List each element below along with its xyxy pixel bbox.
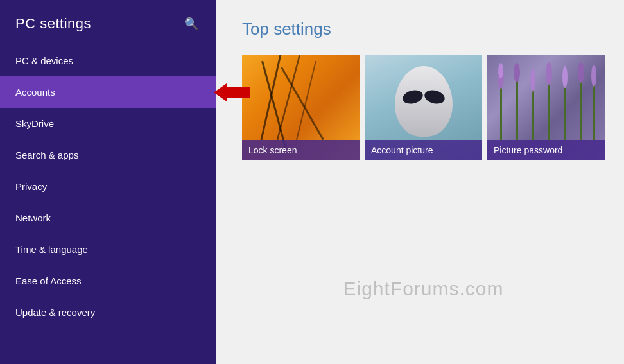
svg-line-0: [261, 55, 281, 140]
sidebar-item-network[interactable]: Network: [0, 202, 216, 234]
leaf-svg: [242, 55, 360, 140]
arrow-indicator: [214, 83, 250, 101]
svg-rect-6: [548, 83, 550, 140]
tile-picture-password[interactable]: Picture password: [487, 55, 605, 160]
sidebar: PC settings 🔍 PC & devices Accounts SkyD…: [0, 0, 216, 364]
svg-rect-7: [564, 87, 566, 140]
sidebar-item-pc-devices[interactable]: PC & devices: [0, 45, 216, 76]
arrow-head: [214, 83, 227, 101]
svg-rect-4: [516, 80, 518, 140]
arrow-body: [227, 87, 250, 98]
alien-eye-right: [422, 88, 446, 106]
svg-rect-3: [500, 87, 502, 140]
sidebar-item-search-apps[interactable]: Search & apps: [0, 139, 216, 171]
svg-point-11: [498, 63, 503, 78]
tile-lock-screen[interactable]: Lock screen: [242, 55, 360, 160]
sidebar-item-accounts[interactable]: Accounts: [0, 76, 216, 108]
sidebar-item-privacy[interactable]: Privacy: [0, 171, 216, 202]
alien-eye-left: [401, 88, 424, 106]
svg-rect-5: [532, 90, 534, 140]
tile-lock-screen-label: Lock screen: [242, 140, 360, 160]
tile-account-picture-label: Account picture: [365, 140, 482, 160]
svg-point-13: [530, 69, 535, 92]
svg-point-14: [546, 62, 552, 85]
tile-account-picture[interactable]: Account picture: [365, 55, 482, 160]
svg-point-16: [578, 62, 584, 83]
svg-rect-8: [580, 82, 582, 140]
sidebar-item-ease-access[interactable]: Ease of Access: [0, 265, 216, 297]
svg-point-15: [562, 66, 568, 88]
lavender-svg: [487, 55, 605, 140]
svg-line-2: [297, 61, 316, 140]
alien-face: [395, 66, 453, 137]
search-button[interactable]: 🔍: [182, 14, 201, 33]
sidebar-item-update-recovery[interactable]: Update & recovery: [0, 297, 216, 328]
sidebar-title: PC settings: [15, 15, 91, 32]
sidebar-item-time-language[interactable]: Time & language: [0, 234, 216, 265]
svg-line-1: [277, 55, 300, 140]
svg-point-17: [591, 65, 596, 87]
sidebar-header: PC settings 🔍: [0, 0, 216, 45]
svg-point-12: [514, 63, 520, 82]
svg-rect-9: [593, 85, 595, 140]
tiles-container: Lock screen Account picture: [242, 55, 605, 160]
page-title: Top settings: [242, 19, 605, 39]
sidebar-item-skydrive[interactable]: SkyDrive: [0, 108, 216, 139]
tile-picture-password-label: Picture password: [487, 140, 605, 160]
main-content: Top settings Lock screen Acco: [216, 0, 624, 364]
watermark: EightForums.com: [216, 278, 624, 300]
